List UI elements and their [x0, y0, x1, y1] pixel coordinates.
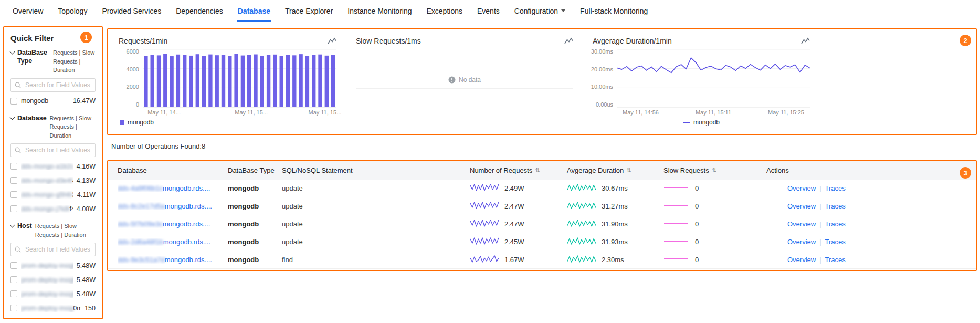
tab-instance-monitoring[interactable]: Instance Monitoring	[340, 0, 419, 22]
overview-link[interactable]: Overview	[787, 256, 816, 264]
tab-trace-explorer[interactable]: Trace Explorer	[278, 0, 340, 22]
actions-cell: Overview | Traces	[757, 202, 976, 210]
tab-topology[interactable]: Topology	[50, 0, 94, 22]
database-link[interactable]: dds-9e3c51a7dmongodb.rds....	[118, 256, 212, 264]
traces-link[interactable]: Traces	[825, 220, 846, 228]
checkbox[interactable]	[10, 262, 17, 269]
chevron-down-icon[interactable]	[10, 114, 15, 120]
database-link[interactable]: dds-2d6a48f1bmongodb.rds....	[118, 238, 210, 246]
database-cell: dds-2d6a48f1bmongodb.rds....	[108, 238, 218, 246]
search-input[interactable]	[10, 243, 96, 256]
filter-item: prom-deploy-insig0m7... 30	[10, 315, 96, 319]
traces-link[interactable]: Traces	[825, 256, 846, 264]
requests-cell: 2.47W	[460, 219, 557, 229]
line-chart-icon[interactable]	[564, 37, 573, 45]
sort-icon[interactable]: ⇅	[712, 167, 716, 174]
tab-full-stack-monitoring[interactable]: Full-stack Monitoring	[573, 0, 655, 22]
sort-icon[interactable]: ⇅	[535, 167, 540, 174]
duration-cell: 31.93ms	[557, 237, 654, 247]
tab-configuration[interactable]: Configuration	[507, 0, 573, 22]
tab-events[interactable]: Events	[470, 0, 507, 22]
tab-database[interactable]: Database	[230, 0, 278, 22]
search-input[interactable]	[10, 143, 96, 157]
duration-cell: 31.90ms	[557, 219, 654, 229]
checkbox[interactable]	[10, 205, 17, 212]
slow-requests-cell: 0	[654, 237, 757, 247]
chevron-down-icon[interactable]	[10, 223, 15, 228]
filter-section-sort-links[interactable]: Requests | Slow Requests | Duration	[35, 222, 96, 239]
database-cell: dds-9e3c51a7dmongodb.rds....	[108, 256, 218, 264]
tab-dependencies[interactable]: Dependencies	[168, 0, 230, 22]
overview-link[interactable]: Overview	[787, 184, 816, 192]
statement-cell: find	[272, 256, 460, 264]
line-chart-icon[interactable]	[328, 37, 336, 45]
duration-sparkline	[567, 255, 596, 265]
filter-item-label: prom-deploy-insighe...	[21, 290, 73, 298]
tab-label: Exceptions	[427, 7, 462, 15]
tab-exceptions[interactable]: Exceptions	[419, 0, 470, 22]
checkbox[interactable]	[10, 163, 17, 170]
filter-item-label: prom-deploy-insighe...	[21, 262, 73, 269]
tab-provided-services[interactable]: Provided Services	[94, 0, 168, 22]
sort-icon[interactable]: ⇅	[626, 167, 631, 174]
tab-label: Instance Monitoring	[347, 7, 412, 15]
overview-link[interactable]: Overview	[787, 238, 816, 246]
actions-cell: Overview | Traces	[757, 184, 976, 192]
duration-cell: 30.67ms	[557, 183, 654, 193]
filter-item-value: 4.11W	[77, 191, 96, 199]
checkbox[interactable]	[10, 319, 17, 319]
traces-link[interactable]: Traces	[825, 184, 846, 192]
overview-link[interactable]: Overview	[787, 220, 816, 228]
checkbox[interactable]	[10, 290, 17, 297]
link-separator: |	[819, 238, 821, 246]
column-header-label: Slow Requests	[663, 166, 709, 174]
gridline	[356, 106, 573, 106]
y-tick-label: 0	[136, 102, 139, 108]
checkbox[interactable]	[10, 276, 17, 283]
filter-item-label: prom-deploy-insig0m7...	[21, 305, 81, 312]
x-tick-label: May 11, 15:11	[696, 109, 731, 116]
column-header-label: Number of Requests	[470, 166, 532, 174]
chart-title: Avgerage Duration/1min	[593, 37, 672, 45]
search-input[interactable]	[10, 78, 96, 92]
chevron-down-icon[interactable]	[10, 49, 15, 55]
filter-item-value: 16.47W	[73, 97, 96, 105]
filter-section-title: Host	[17, 222, 32, 230]
checkbox[interactable]	[10, 177, 17, 184]
checkbox[interactable]	[10, 98, 17, 105]
y-tick-label: 0.00us	[596, 102, 613, 108]
x-tick-label: May 11, 14:56	[623, 109, 659, 116]
overview-link[interactable]: Overview	[787, 202, 816, 210]
requests-sparkline	[470, 183, 499, 193]
filter-section-sort-links[interactable]: Requests | Slow Requests | Duration	[53, 48, 96, 75]
checkbox[interactable]	[10, 191, 17, 198]
filter-search	[10, 143, 96, 157]
filter-section-host: Host Requests | Slow Requests | Duration…	[10, 222, 96, 319]
traces-link[interactable]: Traces	[825, 202, 846, 210]
no-data-indicator: No data	[448, 76, 481, 84]
duration-cell: 2.30ms	[557, 255, 654, 265]
filter-item-label: dds-mongo-j7k8lf4...	[21, 205, 73, 213]
filter-item-label: mongodb	[21, 97, 69, 105]
line-chart-icon[interactable]	[801, 37, 810, 45]
database-type-cell: mongodb	[218, 184, 272, 192]
y-tick-label: 2000	[127, 84, 139, 90]
y-tick-label: 20.00ms	[591, 67, 613, 72]
traces-link[interactable]: Traces	[825, 238, 846, 246]
database-cell: dds-4a9f06b1cmongodb.rds....	[108, 184, 218, 192]
database-link[interactable]: dds-4a9f06b1cmongodb.rds....	[118, 184, 210, 192]
statement-cell: update	[272, 220, 460, 228]
top-nav: Overview Topology Provided Services Depe…	[0, 0, 980, 22]
filter-item-label: dds-mongo-a1b2c5d4....	[21, 163, 73, 170]
database-link[interactable]: dds-8c2e17d5amongodb.rds....	[118, 202, 212, 210]
tab-label: Dependencies	[176, 7, 223, 15]
filter-section-sort-links[interactable]: Requests | Slow Requests | Duration	[50, 114, 96, 140]
tab-overview[interactable]: Overview	[5, 0, 50, 22]
requests-cell: 2.49W	[460, 183, 557, 193]
annotation-badge-1: 1	[80, 32, 92, 43]
checkbox[interactable]	[10, 305, 17, 311]
slow-requests-sparkline	[663, 255, 689, 265]
no-data-plot: No data	[356, 54, 573, 123]
database-link[interactable]: dds-5f7b09e3cmongodb.rds....	[118, 220, 210, 228]
statement-cell: update	[272, 238, 460, 246]
